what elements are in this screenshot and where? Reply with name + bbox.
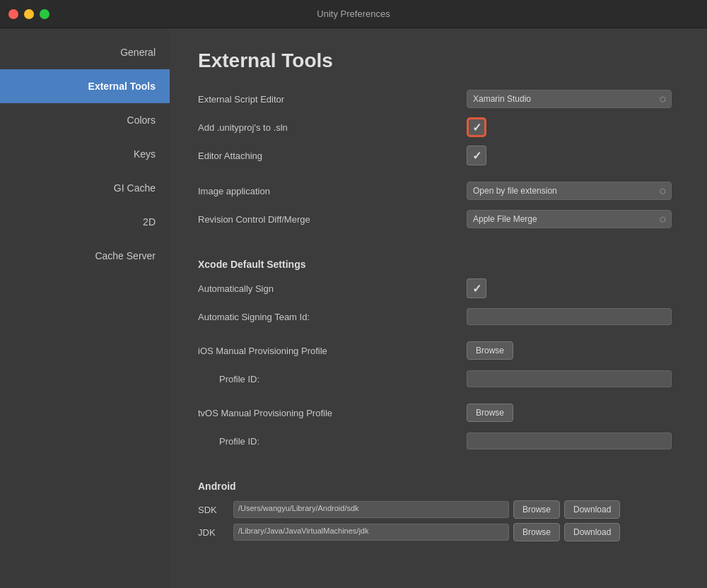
ios-profile-id-input[interactable] bbox=[467, 370, 672, 387]
android-jdk-browse-button[interactable]: Browse bbox=[513, 523, 560, 541]
sidebar-item-colors[interactable]: Colors bbox=[0, 103, 170, 137]
add-unityproj-label: Add .unityproj's to .sln bbox=[198, 122, 467, 133]
tvos-profile-control: Browse bbox=[467, 404, 679, 422]
tvos-browse-button[interactable]: Browse bbox=[467, 404, 513, 422]
auto-sign-checkbox[interactable]: ✓ bbox=[467, 278, 486, 298]
editor-attaching-control: ✓ bbox=[467, 146, 679, 165]
revision-control-dropdown-wrapper: Apple File Merge bbox=[467, 210, 672, 228]
add-unityproj-row: Add .unityproj's to .sln ✓ bbox=[198, 117, 679, 137]
maximize-button[interactable] bbox=[40, 9, 49, 19]
tvos-profile-row: tvOS Manual Provisioning Profile Browse bbox=[198, 403, 679, 423]
sidebar-item-gi-cache[interactable]: GI Cache bbox=[0, 171, 170, 205]
checkmark-icon: ✓ bbox=[472, 282, 481, 295]
add-unityproj-checkbox[interactable]: ✓ bbox=[467, 117, 486, 137]
signing-team-row: Automatic Signing Team Id: bbox=[198, 307, 679, 327]
android-sdk-path: /Users/wangyu/Library/Android/sdk bbox=[233, 501, 509, 518]
ios-browse-button[interactable]: Browse bbox=[467, 341, 513, 360]
content-area: External Tools External Script Editor Xa… bbox=[170, 28, 707, 588]
tvos-profile-id-label: Profile ID: bbox=[198, 436, 467, 447]
external-script-editor-control: Xamarin Studio MonoDevelop Visual Studio… bbox=[467, 90, 679, 108]
window-title: Unity Preferences bbox=[317, 8, 390, 19]
sidebar-item-general[interactable]: General bbox=[0, 35, 170, 69]
tvos-profile-id-control bbox=[467, 433, 679, 449]
ios-profile-control: Browse bbox=[467, 341, 679, 360]
signing-team-label: Automatic Signing Team Id: bbox=[198, 312, 467, 322]
main-layout: General External Tools Colors Keys GI Ca… bbox=[0, 28, 707, 588]
external-script-editor-label: External Script Editor bbox=[198, 94, 467, 105]
add-unityproj-control: ✓ bbox=[467, 117, 679, 137]
auto-sign-control: ✓ bbox=[467, 278, 679, 298]
ios-profile-id-label: Profile ID: bbox=[198, 374, 467, 384]
minimize-button[interactable] bbox=[24, 9, 34, 19]
titlebar: Unity Preferences bbox=[0, 0, 707, 28]
image-application-control: Open by file extension bbox=[467, 182, 679, 200]
traffic-lights bbox=[8, 9, 49, 19]
close-button[interactable] bbox=[8, 9, 18, 19]
checkmark-icon: ✓ bbox=[472, 121, 481, 134]
editor-attaching-label: Editor Attaching bbox=[198, 151, 467, 161]
image-application-dropdown-wrapper: Open by file extension bbox=[467, 182, 672, 200]
android-jdk-path: /Library/Java/JavaVirtualMachines/jdk bbox=[233, 524, 509, 541]
editor-attaching-row: Editor Attaching ✓ bbox=[198, 146, 679, 165]
ios-profile-row: iOS Manual Provisioning Profile Browse bbox=[198, 341, 679, 360]
revision-control-row: Revision Control Diff/Merge Apple File M… bbox=[198, 209, 679, 229]
image-application-row: Image application Open by file extension bbox=[198, 181, 679, 201]
page-title: External Tools bbox=[198, 49, 679, 72]
signing-team-input[interactable] bbox=[467, 308, 672, 325]
image-application-dropdown[interactable]: Open by file extension bbox=[467, 182, 672, 200]
tvos-profile-id-row: Profile ID: bbox=[198, 431, 679, 451]
sidebar-item-2d[interactable]: 2D bbox=[0, 205, 170, 239]
sidebar-item-keys[interactable]: Keys bbox=[0, 137, 170, 171]
image-application-label: Image application bbox=[198, 186, 467, 196]
revision-control-control: Apple File Merge bbox=[467, 210, 679, 228]
android-sdk-browse-button[interactable]: Browse bbox=[513, 500, 560, 519]
android-section-heading: Android bbox=[198, 481, 679, 492]
auto-sign-row: Automatically Sign ✓ bbox=[198, 278, 679, 298]
tvos-profile-label: tvOS Manual Provisioning Profile bbox=[198, 408, 467, 418]
checkmark-icon: ✓ bbox=[472, 149, 481, 163]
android-jdk-buttons: Browse Download bbox=[513, 523, 620, 541]
ios-profile-id-row: Profile ID: bbox=[198, 369, 679, 389]
ios-profile-id-control bbox=[467, 370, 679, 387]
external-script-editor-row: External Script Editor Xamarin Studio Mo… bbox=[198, 89, 679, 109]
android-sdk-buttons: Browse Download bbox=[513, 500, 620, 519]
sidebar-item-external-tools[interactable]: External Tools bbox=[0, 69, 170, 103]
xcode-section-heading: Xcode Default Settings bbox=[198, 259, 679, 270]
auto-sign-label: Automatically Sign bbox=[198, 283, 467, 294]
android-sdk-download-button[interactable]: Download bbox=[564, 500, 620, 519]
editor-attaching-checkbox[interactable]: ✓ bbox=[467, 146, 486, 165]
external-script-editor-dropdown[interactable]: Xamarin Studio MonoDevelop Visual Studio… bbox=[467, 90, 672, 108]
ios-profile-label: iOS Manual Provisioning Profile bbox=[198, 346, 467, 356]
android-sdk-row: SDK /Users/wangyu/Library/Android/sdk Br… bbox=[198, 500, 679, 519]
android-jdk-label: JDK bbox=[198, 527, 233, 538]
android-jdk-row: JDK /Library/Java/JavaVirtualMachines/jd… bbox=[198, 523, 679, 541]
sidebar-item-cache-server[interactable]: Cache Server bbox=[0, 239, 170, 273]
tvos-profile-id-input[interactable] bbox=[467, 433, 672, 449]
android-jdk-download-button[interactable]: Download bbox=[564, 523, 620, 541]
android-sdk-label: SDK bbox=[198, 505, 233, 515]
sidebar: General External Tools Colors Keys GI Ca… bbox=[0, 28, 170, 588]
revision-control-label: Revision Control Diff/Merge bbox=[198, 214, 467, 225]
external-script-editor-dropdown-wrapper: Xamarin Studio MonoDevelop Visual Studio… bbox=[467, 90, 672, 108]
revision-control-dropdown[interactable]: Apple File Merge bbox=[467, 210, 672, 228]
signing-team-control bbox=[467, 308, 679, 325]
